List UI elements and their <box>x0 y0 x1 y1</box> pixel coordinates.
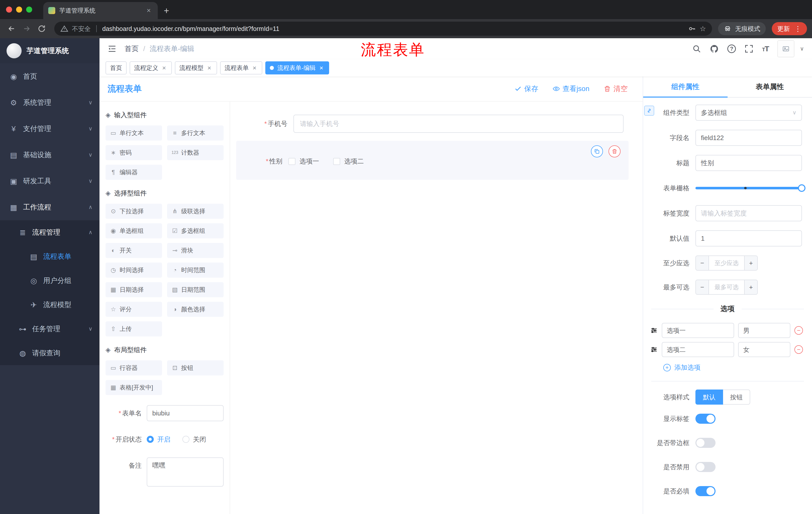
sidebar-item-leave-query[interactable]: ◍ 请假查询 <box>0 341 99 365</box>
stepper-minus-button[interactable]: − <box>696 256 709 270</box>
field-name-input[interactable] <box>695 130 802 146</box>
tag-process-definition[interactable]: 流程定义 × <box>129 61 172 75</box>
add-option-button[interactable]: + 添加选项 <box>663 363 812 372</box>
form-name-input[interactable] <box>147 405 224 421</box>
address-bar[interactable]: 不安全 dashboard.yudao.iocoder.cn/bpm/manag… <box>54 22 712 36</box>
component-select[interactable]: ⊙下拉选择 <box>106 204 162 219</box>
option-label-input[interactable] <box>662 342 734 357</box>
user-avatar[interactable] <box>777 40 794 57</box>
tag-close-icon[interactable]: × <box>161 64 167 72</box>
sidebar-item-infra[interactable]: ▤ 基础设施 ∨ <box>0 142 99 168</box>
min-stepper-placeholder[interactable]: 至少应选 <box>709 256 744 270</box>
component-table[interactable]: ▦表格[开发中] <box>106 380 162 395</box>
style-default-button[interactable]: 默认 <box>695 389 723 405</box>
component-rate[interactable]: ☆评分 <box>106 302 162 317</box>
tag-process-form-edit[interactable]: 流程表单-编辑 × <box>265 61 329 75</box>
component-editor[interactable]: ¶编辑器 <box>106 165 162 180</box>
component-single-text[interactable]: ▭单行文本 <box>106 126 162 141</box>
slider-track[interactable] <box>695 187 802 189</box>
stepper-plus-button[interactable]: + <box>744 280 757 294</box>
window-zoom-button[interactable] <box>26 6 32 12</box>
tag-process-model[interactable]: 流程模型 × <box>175 61 217 75</box>
forward-button[interactable] <box>20 22 33 35</box>
tag-close-icon[interactable]: × <box>251 64 258 72</box>
sidebar-item-process-mgmt[interactable]: ≣ 流程管理 ∧ <box>0 220 99 244</box>
border-toggle[interactable] <box>695 438 716 448</box>
search-icon[interactable] <box>692 44 701 53</box>
delete-field-button[interactable] <box>609 145 620 157</box>
component-slider[interactable]: ⊸滑块 <box>167 243 224 258</box>
sidebar-item-workflow[interactable]: ▦ 工作流程 ∧ <box>0 194 99 220</box>
breadcrumb-home[interactable]: 首页 <box>125 44 139 54</box>
component-cascader[interactable]: ⋔级联选择 <box>167 204 224 219</box>
component-password[interactable]: ∗密码 <box>106 145 162 160</box>
hamburger-icon[interactable] <box>108 44 117 53</box>
selected-gender-field[interactable]: *性别 选项一 选项二 <box>236 141 629 180</box>
back-button[interactable] <box>5 22 18 35</box>
tag-process-form[interactable]: 流程表单 × <box>220 61 262 75</box>
gender-option-1[interactable]: 选项一 <box>288 157 319 166</box>
window-close-button[interactable] <box>6 6 12 12</box>
default-value-input[interactable] <box>695 231 802 246</box>
component-radio-group[interactable]: ◉单选框组 <box>106 223 162 238</box>
sidebar-item-home[interactable]: ◉ 首页 <box>0 63 99 89</box>
tag-home[interactable]: 首页 <box>106 61 127 75</box>
view-json-button[interactable]: 查看json <box>552 84 589 93</box>
component-checkbox-group[interactable]: ☑多选框组 <box>167 223 224 238</box>
style-button-button[interactable]: 按钮 <box>723 389 750 405</box>
component-multi-text[interactable]: ≡多行文本 <box>167 126 224 141</box>
phone-field-row[interactable]: *手机号 <box>242 115 624 133</box>
stepper-plus-button[interactable]: + <box>744 256 757 270</box>
remove-option-button[interactable]: − <box>794 326 803 335</box>
stepper-minus-button[interactable]: − <box>696 280 709 294</box>
option-value-input[interactable] <box>738 342 790 357</box>
component-row-container[interactable]: ▭行容器 <box>106 360 162 375</box>
sidebar-item-process-form[interactable]: ▤ 流程表单 <box>0 244 99 269</box>
github-icon[interactable] <box>710 44 719 53</box>
status-radio-on[interactable]: 开启 <box>147 431 170 448</box>
component-date-range[interactable]: ▧日期范围 <box>167 282 224 297</box>
tab-close-icon[interactable]: × <box>145 6 153 15</box>
component-button[interactable]: ⊡按钮 <box>167 360 224 375</box>
bookmark-star-icon[interactable]: ☆ <box>700 25 706 33</box>
component-counter[interactable]: 123计数器 <box>167 145 224 160</box>
drag-handle-icon[interactable] <box>650 327 658 334</box>
sidebar-logo[interactable]: 芋道管理系统 <box>0 38 99 63</box>
browser-menu-icon[interactable]: ⋮ <box>794 25 802 33</box>
tab-component-props[interactable]: 组件属性 <box>643 77 728 97</box>
component-type-select[interactable]: 多选框组 ∨ <box>695 105 802 121</box>
phone-input[interactable] <box>293 115 624 133</box>
component-color-picker[interactable]: ◑颜色选择 <box>167 302 224 317</box>
sidebar-item-system[interactable]: ⚙ 系统管理 ∨ <box>0 89 99 116</box>
help-icon[interactable]: ? <box>727 45 736 53</box>
link-badge-icon[interactable] <box>644 106 654 116</box>
clear-button[interactable]: 清空 <box>604 84 628 93</box>
new-tab-button[interactable]: + <box>164 5 169 16</box>
sidebar-item-devtools[interactable]: ▣ 研发工具 ∨ <box>0 168 99 194</box>
sidebar-item-process-model[interactable]: ✈ 流程模型 <box>0 293 99 317</box>
gender-option-2[interactable]: 选项二 <box>333 157 364 166</box>
checkbox-box[interactable] <box>288 158 295 165</box>
browser-update-button[interactable]: 更新 ⋮ <box>772 22 807 35</box>
reload-button[interactable] <box>35 22 48 35</box>
option-value-input[interactable] <box>738 323 790 338</box>
status-radio-off[interactable]: 关闭 <box>182 431 206 448</box>
required-toggle[interactable] <box>695 486 716 496</box>
save-button[interactable]: 保存 <box>514 84 539 93</box>
font-size-icon[interactable]: TT <box>762 45 769 53</box>
component-upload[interactable]: ⇧上传 <box>106 321 162 336</box>
component-switch[interactable]: ◐开关 <box>106 243 162 258</box>
window-minimize-button[interactable] <box>16 6 22 12</box>
title-input[interactable] <box>695 155 802 171</box>
password-key-icon[interactable] <box>688 25 696 33</box>
sidebar-item-task-mgmt[interactable]: ⊶ 任务管理 ∨ <box>0 317 99 341</box>
show-label-toggle[interactable] <box>695 414 716 424</box>
browser-tab[interactable]: 芋道管理系统 × <box>43 2 158 19</box>
copy-field-button[interactable] <box>591 145 603 157</box>
remark-textarea[interactable] <box>147 457 224 487</box>
component-time-range[interactable]: ◔时间范围 <box>167 263 224 278</box>
option-label-input[interactable] <box>662 323 734 338</box>
drag-handle-icon[interactable] <box>650 346 658 353</box>
slider-handle[interactable] <box>798 184 806 192</box>
fullscreen-icon[interactable] <box>745 44 753 53</box>
